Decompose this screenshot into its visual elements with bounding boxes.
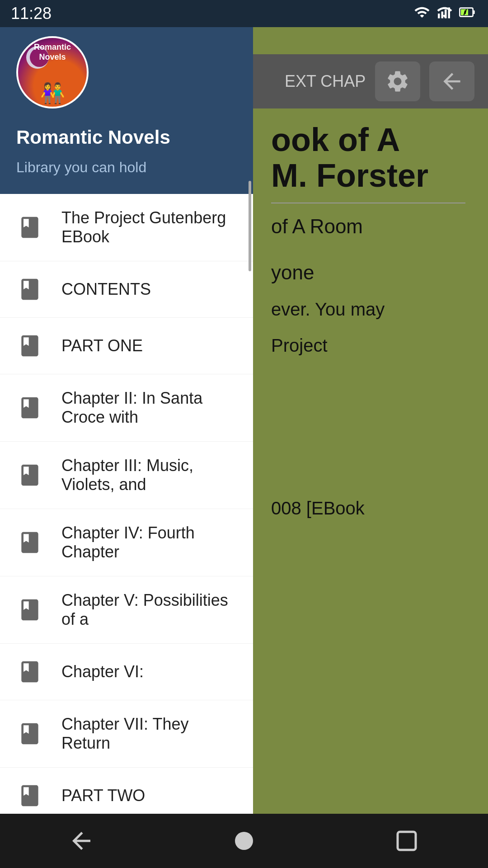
status-bar: 11:28 [0, 0, 488, 27]
logo-silhouette: 👫 [18, 81, 87, 105]
book-icon-8 [16, 720, 43, 747]
book-content: ook of A M. Forster of A Room yone ever.… [258, 108, 479, 535]
svg-rect-3 [448, 7, 450, 18]
bottom-nav [0, 814, 488, 868]
svg-rect-10 [398, 832, 416, 850]
book-icon-7 [16, 658, 43, 685]
nav-item-3[interactable]: Chapter II: In Santa Croce with [0, 374, 253, 442]
sidebar-drawer: RomanticNovels 👫 Romantic Novels Library… [0, 0, 253, 868]
book-text-line2: yone [271, 259, 465, 287]
nav-label-1: CONTENTS [61, 280, 151, 299]
svg-rect-5 [473, 10, 475, 14]
app-logo: RomanticNovels 👫 [16, 36, 89, 108]
book-text-line4: Project [271, 332, 465, 359]
svg-rect-0 [438, 14, 440, 19]
recent-nav-button[interactable] [380, 823, 434, 859]
signal-icon [436, 4, 453, 24]
back-nav-icon [68, 827, 95, 854]
nav-item-5[interactable]: Chapter IV: Fourth Chapter [0, 509, 253, 576]
settings-button[interactable] [375, 61, 420, 101]
nav-label-0: The Project Gutenberg EBook [61, 208, 237, 246]
nav-item-7[interactable]: Chapter VI: [0, 644, 253, 700]
battery-icon [459, 4, 477, 24]
sidebar-nav: The Project Gutenberg EBook CONTENTS PAR… [0, 194, 253, 868]
nav-label-5: Chapter IV: Fourth Chapter [61, 524, 237, 561]
nav-label-2: PART ONE [61, 336, 143, 355]
back-icon [439, 69, 465, 94]
book-icon-2 [16, 332, 43, 359]
app-name: Romantic Novels [16, 127, 237, 148]
nav-label-9: PART TWO [61, 786, 145, 805]
back-button[interactable] [429, 61, 474, 101]
sidebar-logo-row: RomanticNovels 👫 [16, 36, 237, 108]
book-text-line3: ever. You may [271, 296, 465, 323]
nav-item-4[interactable]: Chapter III: Music, Violets, and [0, 442, 253, 509]
nav-label-6: Chapter V: Possibilities of a [61, 591, 237, 629]
nav-label-3: Chapter II: In Santa Croce with [61, 389, 237, 427]
recent-nav-icon [393, 827, 420, 854]
home-nav-icon [230, 827, 258, 854]
status-icons [414, 4, 477, 24]
nav-label-8: Chapter VII: They Return [61, 715, 237, 753]
book-text-line1: of A Room [271, 212, 465, 241]
nav-item-8[interactable]: Chapter VII: They Return [0, 700, 253, 768]
nav-item-2[interactable]: PART ONE [0, 318, 253, 374]
book-icon-6 [16, 596, 43, 623]
nav-item-1[interactable]: CONTENTS [0, 261, 253, 318]
nav-label-7: Chapter VI: [61, 662, 144, 681]
book-icon-0 [16, 214, 43, 241]
book-title: ook of A M. Forster [271, 122, 465, 193]
logo-text: RomanticNovels [18, 42, 87, 62]
book-icon-3 [16, 394, 43, 421]
nav-item-6[interactable]: Chapter V: Possibilities of a [0, 576, 253, 644]
svg-point-9 [235, 832, 253, 850]
book-icon-1 [16, 276, 43, 303]
back-nav-button[interactable] [54, 823, 108, 859]
book-icon-5 [16, 529, 43, 556]
nav-label-4: Chapter III: Music, Violets, and [61, 456, 237, 494]
wifi-icon [414, 4, 430, 24]
svg-rect-2 [445, 9, 447, 19]
app-tagline: Library you can hold [16, 159, 237, 176]
sidebar-header: RomanticNovels 👫 Romantic Novels Library… [0, 0, 253, 194]
book-text-line5: 008 [EBook [271, 495, 465, 522]
home-nav-button[interactable] [217, 823, 271, 859]
status-time: 11:28 [11, 4, 52, 23]
settings-icon [385, 69, 410, 94]
book-icon-4 [16, 462, 43, 489]
svg-rect-1 [441, 11, 444, 18]
next-chap-label: EXT CHAP [285, 72, 366, 91]
nav-item-0[interactable]: The Project Gutenberg EBook [0, 194, 253, 261]
book-icon-9 [16, 782, 43, 809]
